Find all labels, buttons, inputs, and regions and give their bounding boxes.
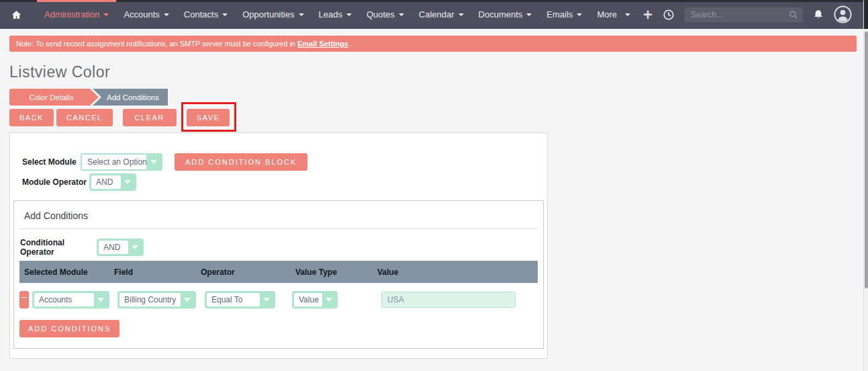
nav-item-contacts[interactable]: Contacts <box>177 0 235 29</box>
navbar-right-controls: + <box>643 5 868 24</box>
home-button[interactable] <box>11 9 22 20</box>
remove-condition-button[interactable]: – <box>19 291 29 308</box>
action-bar: BACK CANCEL CLEAR SAVE <box>9 109 868 126</box>
nav-item-label: Emails <box>546 9 573 19</box>
avatar <box>834 5 852 24</box>
nav-item-documents[interactable]: Documents <box>471 0 540 29</box>
nav-item-label: Calendar <box>419 9 454 19</box>
scrollbar-thumb[interactable] <box>865 32 868 288</box>
condition-row: – Accounts Billing Country Equal To Valu… <box>19 283 538 317</box>
chevron-down-icon <box>94 293 107 306</box>
nav-item-label: Quotes <box>367 9 395 19</box>
conditional-operator-row: Conditional Operator AND <box>20 238 538 257</box>
search-input[interactable] <box>685 7 803 22</box>
chevron-down-icon <box>128 241 142 254</box>
nav-item-calendar[interactable]: Calendar <box>412 0 471 29</box>
chevron-down-icon <box>146 155 161 169</box>
conditions-table: Selected Module Field Operator Value Typ… <box>19 261 538 317</box>
back-button[interactable]: BACK <box>9 109 54 126</box>
nav-menu: Administration Accounts Contacts Opportu… <box>37 0 638 29</box>
vertical-scrollbar[interactable] <box>863 0 868 371</box>
module-operator-row: Module Operator AND <box>22 173 547 191</box>
quick-create-button[interactable]: + <box>643 8 653 22</box>
module-operator-label: Module Operator <box>22 177 89 187</box>
clear-button[interactable]: CLEAR <box>123 109 177 126</box>
step-add-conditions[interactable]: Add Conditions <box>93 89 168 106</box>
dropdown-value: AND <box>91 175 121 189</box>
user-menu-button[interactable] <box>834 5 852 24</box>
notifications-button[interactable] <box>813 9 824 21</box>
top-navbar: Administration Accounts Contacts Opportu… <box>0 0 868 29</box>
dropdown-value: Value <box>294 293 322 306</box>
add-condition-block-button[interactable]: ADD CONDITION BLOCK <box>175 153 307 171</box>
global-search <box>685 7 803 22</box>
column-header-operator: Operator <box>196 267 291 277</box>
column-header-field: Field <box>109 267 196 277</box>
chevron-down-icon <box>181 293 194 306</box>
wizard-steps: Color Details Add Conditions <box>9 89 868 106</box>
nav-item-label: Accounts <box>124 9 159 19</box>
dropdown-value: Select an Option <box>82 155 146 169</box>
column-header-selected-module: Selected Module <box>19 267 109 277</box>
select-module-label: Select Module <box>22 157 81 167</box>
smtp-notice-banner: Note: To send record assignment notifica… <box>9 36 857 52</box>
step-color-details[interactable]: Color Details <box>9 89 99 106</box>
module-operator-dropdown[interactable]: AND <box>89 173 136 191</box>
nav-item-administration[interactable]: Administration <box>37 0 116 29</box>
conditions-form-panel: Select Module Select an Option ADD CONDI… <box>9 132 548 359</box>
nav-item-label: Administration <box>44 9 99 19</box>
title-divider <box>19 229 538 229</box>
chevron-down-icon <box>625 13 630 16</box>
chevron-down-icon <box>526 13 532 16</box>
column-header-value-type: Value Type <box>291 267 373 277</box>
cancel-button[interactable]: CANCEL <box>56 109 113 126</box>
add-conditions-panel: Add Conditions Conditional Operator AND … <box>13 200 544 349</box>
recently-viewed-button[interactable] <box>663 9 675 21</box>
add-conditions-title: Add Conditions <box>24 210 538 221</box>
conditional-operator-label: Conditional Operator <box>20 238 97 257</box>
column-header-value: Value <box>373 267 538 277</box>
scrollbar-track-dark <box>864 0 868 29</box>
nav-item-label: Leads <box>319 9 342 19</box>
nav-item-opportunities[interactable]: Opportunities <box>235 0 311 29</box>
chevron-down-icon <box>299 13 304 16</box>
nav-item-more[interactable]: More <box>589 0 638 29</box>
chevron-down-icon <box>399 13 404 16</box>
nav-item-emails[interactable]: Emails <box>539 0 589 29</box>
conditions-table-header: Selected Module Field Operator Value Typ… <box>19 261 538 283</box>
nav-item-quotes[interactable]: Quotes <box>359 0 412 29</box>
nav-item-accounts[interactable]: Accounts <box>116 0 176 29</box>
chevron-down-icon <box>103 13 109 16</box>
history-clock-icon <box>663 9 675 21</box>
search-icon <box>789 10 798 19</box>
home-icon <box>11 9 22 20</box>
chevron-down-icon <box>322 293 336 306</box>
operator-dropdown[interactable]: Equal To <box>205 291 275 308</box>
add-conditions-button[interactable]: ADD CONDITIONS <box>19 320 119 337</box>
dropdown-value: Accounts <box>34 293 94 306</box>
select-module-dropdown[interactable]: Select an Option <box>81 153 162 171</box>
nav-item-label: Documents <box>479 9 523 19</box>
chevron-down-icon <box>222 13 228 16</box>
bell-icon <box>813 9 824 21</box>
nav-item-label: Opportunities <box>242 9 294 19</box>
step-label: Add Conditions <box>107 93 159 101</box>
selected-module-dropdown[interactable]: Accounts <box>32 291 109 308</box>
nav-item-label: Contacts <box>184 9 218 19</box>
chevron-down-icon <box>164 13 169 16</box>
chevron-down-icon <box>121 175 134 189</box>
save-button[interactable]: SAVE <box>187 109 230 126</box>
notice-text: Note: To send record assignment notifica… <box>16 40 295 48</box>
value-type-dropdown[interactable]: Value <box>292 291 338 308</box>
conditional-operator-dropdown[interactable]: AND <box>97 239 144 256</box>
value-input[interactable] <box>381 292 516 308</box>
email-settings-link[interactable]: Email Settings <box>297 40 348 48</box>
step-label: Color Details <box>30 93 74 101</box>
nav-item-label: More <box>597 9 617 19</box>
field-dropdown[interactable]: Billing Country <box>117 291 196 308</box>
chevron-down-icon <box>346 13 352 16</box>
dropdown-value: Equal To <box>207 293 260 306</box>
notice-text-suffix: . <box>350 40 352 48</box>
nav-item-leads[interactable]: Leads <box>311 0 359 29</box>
dropdown-value: AND <box>99 241 128 254</box>
